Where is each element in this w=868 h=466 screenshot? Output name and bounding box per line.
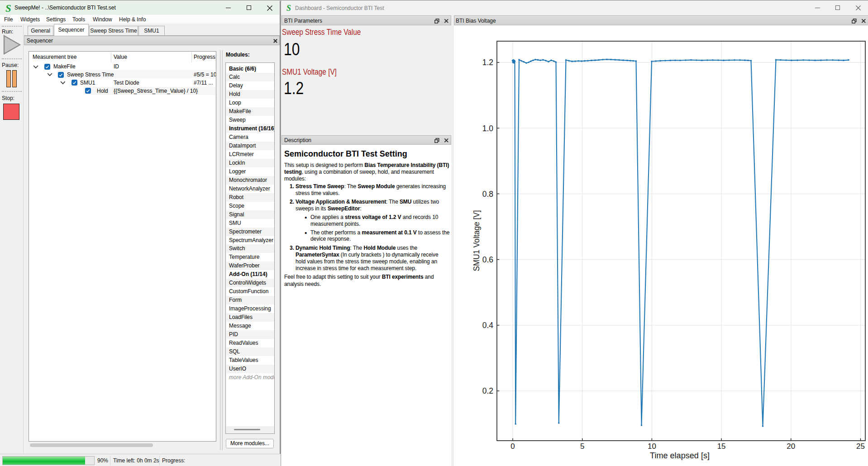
svg-text:20: 20 — [787, 442, 795, 451]
svg-text:1.2: 1.2 — [482, 58, 493, 67]
svg-text:0.8: 0.8 — [482, 190, 493, 199]
svg-text:0: 0 — [510, 442, 515, 451]
svg-text:SMU1 Voltage [V]: SMU1 Voltage [V] — [472, 210, 481, 271]
svg-text:25: 25 — [856, 442, 865, 451]
svg-text:Time elapsed [s]: Time elapsed [s] — [650, 451, 710, 460]
svg-text:1.0: 1.0 — [482, 124, 494, 133]
svg-text:15: 15 — [717, 442, 726, 451]
svg-text:5: 5 — [580, 442, 584, 451]
svg-text:0.4: 0.4 — [482, 321, 494, 330]
svg-text:10: 10 — [648, 442, 656, 451]
svg-text:0.6: 0.6 — [482, 255, 493, 264]
svg-text:S: S — [5, 4, 11, 13]
svg-text:0.2: 0.2 — [482, 386, 493, 395]
svg-text:S: S — [286, 4, 291, 13]
